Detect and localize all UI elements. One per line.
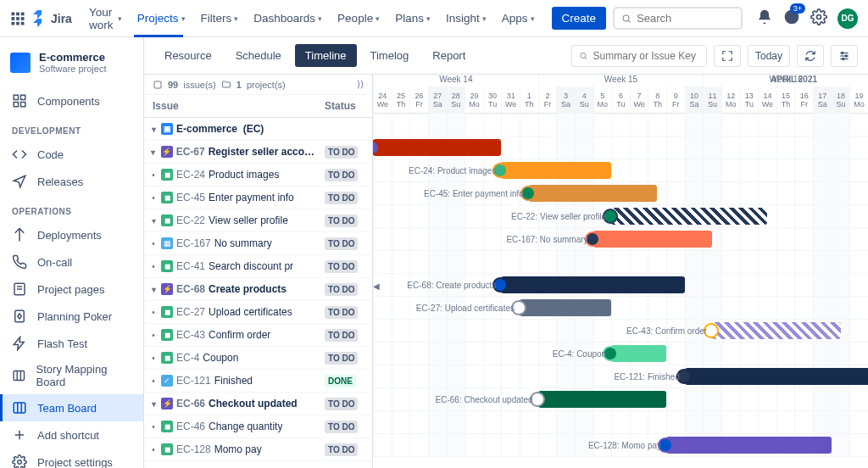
svg-rect-7	[16, 21, 19, 25]
sidebar-item-project-settings[interactable]: Project settings	[0, 448, 143, 468]
issue-row[interactable]: ▾⚡EC-68Create productsTO DO	[144, 278, 372, 301]
chevron-down-icon[interactable]: ▾	[149, 399, 158, 409]
nav-item-insight[interactable]: Insight ▾	[439, 7, 493, 30]
collapse-icon[interactable]: ⟩⟩	[357, 79, 364, 90]
issue-row[interactable]: •◼EC-4CouponTO DO	[144, 347, 372, 370]
notifications-icon[interactable]	[756, 8, 773, 28]
issue-row[interactable]: •◼EC-24Product imagesTO DO	[144, 164, 372, 187]
chevron-down-icon[interactable]: ▾	[149, 216, 158, 226]
day-label: 10Sa	[685, 86, 704, 114]
nav-item-plans[interactable]: Plans ▾	[388, 7, 437, 30]
gantt-bar[interactable]	[373, 139, 501, 156]
gantt-bar[interactable]: EC-68: Create products	[501, 276, 684, 293]
sidebar-item-components[interactable]: Components	[0, 87, 143, 114]
issue-row[interactable]: •◼EC-128Momo payTO DO	[144, 438, 372, 461]
day-label: 25Th	[392, 86, 410, 114]
gantt-bar[interactable]: EC-128: Momo pay	[666, 437, 832, 454]
nav-item-your-work[interactable]: Your work ▾	[82, 1, 129, 36]
gantt-bar[interactable]: EC-45: Enter payment info	[529, 185, 657, 202]
fullscreen-button[interactable]	[714, 45, 741, 67]
sidebar-item-project-pages[interactable]: Project pages	[0, 276, 143, 303]
search-input[interactable]	[637, 12, 734, 25]
status-badge: TO DO	[325, 192, 358, 204]
sidebar-item-on-call[interactable]: On-call	[0, 248, 143, 276]
sidebar-item-releases[interactable]: Releases	[0, 168, 143, 195]
sidebar-item-team-board[interactable]: Team Board	[0, 394, 143, 421]
issue-row[interactable]: •◼EC-27Upload certificatesTO DO	[144, 301, 372, 324]
assignee-avatar[interactable]	[373, 140, 380, 155]
tab-schedule[interactable]: Schedule	[225, 44, 292, 67]
gantt-bar[interactable]: EC-66: Checkout updated	[538, 391, 666, 408]
gantt-row: EC-66: Checkout updated	[373, 388, 868, 411]
chevron-down-icon[interactable]: ▾	[149, 148, 158, 157]
issue-row[interactable]: ▾◼EC-22View seller profileTO DO	[144, 209, 372, 232]
project-header[interactable]: E-commerce Software project	[0, 51, 143, 87]
settings-icon[interactable]	[810, 8, 827, 28]
help-icon[interactable]: 3+	[783, 8, 800, 28]
refresh-button[interactable]	[797, 45, 824, 67]
sidebar-item-deployments[interactable]: Deployments	[0, 221, 143, 248]
gantt-bar[interactable]: EC-167: No summary	[593, 231, 713, 248]
day-label: 18Su	[832, 86, 850, 114]
sidebar: E-commerce Software project ComponentsDE…	[0, 37, 144, 468]
svg-rect-13	[14, 95, 18, 99]
day-label: 27Sa	[428, 86, 447, 114]
gantt-bar[interactable]: EC-24: Product images	[501, 162, 611, 179]
chevron-down-icon[interactable]: ▾	[149, 285, 158, 294]
tab-report[interactable]: Report	[422, 44, 476, 67]
today-button[interactable]: Today	[748, 45, 790, 67]
day-label: 3Sa	[556, 86, 575, 114]
sidebar-item-story-mapping-board[interactable]: Story Mapping Board	[0, 357, 143, 394]
sidebar-item-flash-test[interactable]: Flash Test	[0, 330, 143, 357]
gantt-bar[interactable]: EC-43: Confirm order	[712, 322, 840, 339]
tab-timeline[interactable]: Timeline	[295, 44, 357, 67]
tab-timelog[interactable]: Timelog	[360, 44, 420, 67]
create-button[interactable]: Create	[552, 7, 607, 30]
issue-filter[interactable]	[571, 45, 707, 67]
day-label: 7We	[630, 86, 648, 114]
issue-row[interactable]: •◼EC-45Enter payment infoTO DO	[144, 187, 372, 209]
issue-row[interactable]: •◼EC-41Search discount prTO DO	[144, 255, 372, 278]
issue-key: EC-24	[176, 169, 205, 181]
gantt-chart[interactable]: APRIL 2021 Week 14Week 15Week 16 24We25T…	[373, 75, 868, 468]
issue-row[interactable]: ▾⚡EC-66Checkout updatedTO DO	[144, 393, 372, 415]
issue-row[interactable]: •▦EC-167No summaryTO DO	[144, 232, 372, 255]
gantt-bar[interactable]: EC-22: View seller profile	[611, 208, 767, 225]
sidebar-icon	[12, 309, 27, 324]
issue-summary: Search discount pr	[209, 260, 293, 272]
issue-row[interactable]: •◼EC-43Confirm orderTO DO	[144, 324, 372, 347]
gantt-bar[interactable]: EC-27: Upload certificates	[520, 299, 611, 316]
chevron-down-icon: ▾	[118, 14, 122, 23]
jira-logo[interactable]: Jira	[29, 10, 72, 27]
filter-input[interactable]	[593, 50, 699, 62]
gantt-row: EC-27: Upload certificates	[373, 297, 868, 320]
nav-item-projects[interactable]: Projects ▾	[131, 7, 192, 30]
bar-label: EC-22: View seller profile	[511, 212, 606, 221]
project-row[interactable]: ▾▣E-commerce (EC)	[144, 118, 372, 141]
gantt-row	[373, 136, 868, 159]
sidebar-item-add-shortcut[interactable]: Add shortcut	[0, 421, 143, 448]
issue-row[interactable]: ▾⚡EC-67Register seller accountTO DO	[144, 141, 372, 164]
nav-item-apps[interactable]: Apps ▾	[495, 7, 542, 30]
user-avatar[interactable]: DG	[837, 8, 858, 29]
issue-summary: No summary	[214, 237, 272, 249]
app-switcher-icon[interactable]	[10, 11, 25, 26]
issue-icon	[153, 80, 163, 90]
nav-item-filters[interactable]: Filters ▾	[194, 7, 246, 30]
gantt-row: EC-24: Product images	[373, 159, 868, 182]
gantt-bar[interactable]: EC-121: Finished	[685, 368, 868, 385]
issue-row[interactable]: •◼EC-46Change quantityTO DO	[144, 415, 372, 438]
global-search[interactable]	[613, 7, 743, 30]
day-label: 8Th	[648, 86, 666, 114]
nav-item-people[interactable]: People ▾	[331, 7, 387, 30]
chevron-down-icon[interactable]: ▾	[149, 125, 158, 134]
issue-row[interactable]: •✓EC-121FinishedDONE	[144, 370, 372, 393]
chevron-down-icon: ▾	[426, 14, 431, 23]
sidebar-item-code[interactable]: Code	[0, 141, 143, 168]
nav-item-dashboards[interactable]: Dashboards ▾	[247, 7, 329, 30]
gantt-bar[interactable]: EC-4: Coupon	[611, 345, 666, 362]
day-label: 19Mo	[849, 86, 868, 114]
tab-resource[interactable]: Resource	[154, 44, 222, 67]
filter-settings-button[interactable]	[831, 45, 858, 67]
sidebar-item-planning-poker[interactable]: Planning Poker	[0, 303, 143, 330]
